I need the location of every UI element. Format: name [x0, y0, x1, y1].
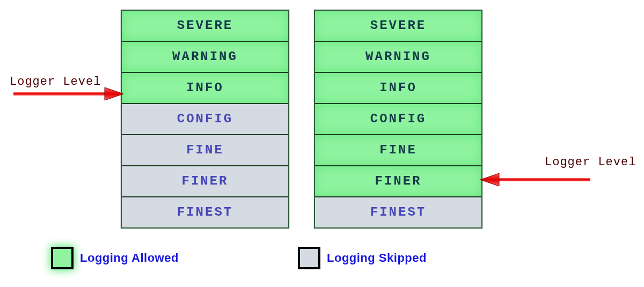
level-row-finer: FINER	[315, 166, 481, 197]
level-row-severe: SEVERE	[122, 11, 288, 42]
level-row-finer: FINER	[122, 166, 288, 197]
arrow-right-icon	[480, 172, 590, 188]
level-row-info: INFO	[122, 73, 288, 104]
level-row-finest: FINEST	[315, 197, 481, 227]
swatch-allowed-icon	[51, 247, 74, 269]
swatch-skipped-icon	[298, 247, 320, 269]
arrow-left-icon	[13, 86, 123, 102]
legend-allowed-label: Logging Allowed	[80, 251, 179, 265]
level-row-config: CONFIG	[122, 104, 288, 135]
level-row-warning: WARNING	[315, 42, 481, 73]
level-row-info: INFO	[315, 73, 481, 104]
svg-rect-0	[13, 92, 105, 95]
level-row-warning: WARNING	[122, 42, 288, 73]
svg-marker-3	[480, 173, 499, 186]
legend-skipped-label: Logging Skipped	[327, 251, 427, 265]
level-row-severe: SEVERE	[315, 11, 481, 42]
level-row-fine: FINE	[122, 135, 288, 166]
level-row-finest: FINEST	[122, 197, 288, 227]
legend-allowed: Logging Allowed	[51, 247, 179, 269]
level-row-fine: FINE	[315, 135, 481, 166]
level-stack-right: SEVERE WARNING INFO CONFIG FINE FINER FI…	[314, 10, 482, 229]
level-row-config: CONFIG	[315, 104, 481, 135]
level-stack-left: SEVERE WARNING INFO CONFIG FINE FINER FI…	[121, 10, 289, 229]
logger-level-label-right: Logger Level	[545, 156, 636, 169]
svg-marker-1	[105, 87, 123, 100]
svg-rect-2	[499, 178, 590, 181]
legend-skipped: Logging Skipped	[298, 247, 427, 269]
